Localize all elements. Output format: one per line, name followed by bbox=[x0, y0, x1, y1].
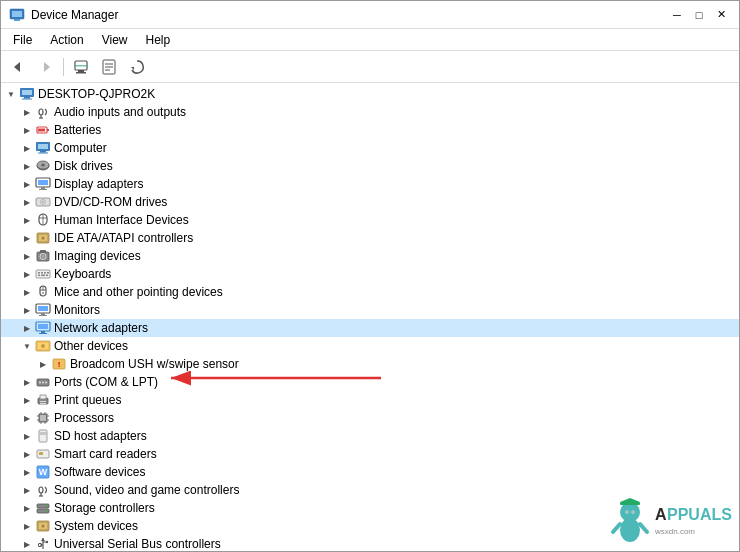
expander[interactable] bbox=[19, 176, 35, 192]
list-item[interactable]: Universal Serial Bus controllers bbox=[1, 535, 739, 551]
list-item[interactable]: Keyboards bbox=[1, 265, 739, 283]
expander[interactable] bbox=[19, 158, 35, 174]
expander[interactable] bbox=[19, 122, 35, 138]
svg-rect-49 bbox=[38, 272, 40, 274]
svg-point-76 bbox=[45, 382, 47, 384]
svg-rect-54 bbox=[46, 275, 48, 277]
svg-rect-6 bbox=[78, 70, 84, 72]
svg-rect-34 bbox=[39, 189, 47, 190]
list-item[interactable]: Processors bbox=[1, 409, 739, 427]
svg-point-108 bbox=[42, 525, 45, 528]
list-item[interactable]: Computer bbox=[1, 139, 739, 157]
list-item[interactable]: ! Broadcom USH w/swipe sensor bbox=[1, 355, 739, 373]
list-item[interactable]: Print queues bbox=[1, 391, 739, 409]
list-item[interactable]: Batteries bbox=[1, 121, 739, 139]
maximize-button[interactable]: □ bbox=[689, 5, 709, 25]
svg-marker-4 bbox=[44, 62, 50, 72]
expander[interactable] bbox=[19, 428, 35, 444]
list-item[interactable]: IDE ATA/ATAPI controllers bbox=[1, 229, 739, 247]
list-item[interactable]: Audio inputs and outputs bbox=[1, 103, 739, 121]
item-label: Imaging devices bbox=[54, 249, 141, 263]
expander[interactable] bbox=[19, 140, 35, 156]
menu-view[interactable]: View bbox=[94, 31, 136, 49]
refresh-button[interactable] bbox=[124, 55, 150, 79]
menu-action[interactable]: Action bbox=[42, 31, 91, 49]
list-item[interactable]: Sound, video and game controllers bbox=[1, 481, 739, 499]
expander[interactable] bbox=[19, 266, 35, 282]
monitor-icon bbox=[35, 302, 51, 318]
expander[interactable] bbox=[19, 500, 35, 516]
expander[interactable] bbox=[19, 392, 35, 408]
list-item[interactable]: Ports (COM & LPT) bbox=[1, 373, 739, 391]
network-icon bbox=[35, 320, 51, 336]
svg-rect-63 bbox=[39, 315, 47, 316]
other-devices-icon bbox=[35, 338, 51, 354]
show-hidden-button[interactable] bbox=[68, 55, 94, 79]
expander[interactable] bbox=[19, 284, 35, 300]
svg-marker-3 bbox=[14, 62, 20, 72]
list-item[interactable]: Display adapters bbox=[1, 175, 739, 193]
svg-text:W: W bbox=[39, 467, 48, 477]
item-label: Broadcom USH w/swipe sensor bbox=[70, 357, 239, 371]
tree-root[interactable]: DESKTOP-QJPRO2K bbox=[1, 85, 739, 103]
expander[interactable] bbox=[19, 194, 35, 210]
forward-button[interactable] bbox=[33, 55, 59, 79]
expander[interactable] bbox=[19, 446, 35, 462]
svg-rect-80 bbox=[40, 403, 46, 404]
expander[interactable] bbox=[19, 482, 35, 498]
audio-icon bbox=[35, 104, 51, 120]
expander[interactable] bbox=[19, 464, 35, 480]
list-item[interactable]: Monitors bbox=[1, 301, 739, 319]
expander[interactable] bbox=[19, 248, 35, 264]
svg-rect-79 bbox=[40, 401, 46, 402]
item-label: Keyboards bbox=[54, 267, 111, 281]
svg-rect-8 bbox=[74, 65, 88, 67]
minimize-button[interactable]: ─ bbox=[667, 5, 687, 25]
root-expander[interactable] bbox=[3, 86, 19, 102]
svg-point-43 bbox=[42, 237, 45, 240]
expander[interactable] bbox=[19, 410, 35, 426]
list-item[interactable]: Mice and other pointing devices bbox=[1, 283, 739, 301]
svg-point-46 bbox=[42, 255, 45, 258]
tree-content[interactable]: DESKTOP-QJPRO2K Audio inputs and outputs bbox=[1, 83, 739, 551]
list-item[interactable]: Smart card readers bbox=[1, 445, 739, 463]
computer-icon bbox=[35, 140, 51, 156]
expander[interactable] bbox=[19, 320, 35, 336]
properties-button[interactable] bbox=[96, 55, 122, 79]
list-item[interactable]: DVD/CD-ROM drives bbox=[1, 193, 739, 211]
list-item[interactable]: Human Interface Devices bbox=[1, 211, 739, 229]
list-item[interactable]: Disk drives bbox=[1, 157, 739, 175]
menu-help[interactable]: Help bbox=[138, 31, 179, 49]
expander[interactable] bbox=[19, 212, 35, 228]
close-button[interactable]: ✕ bbox=[711, 5, 731, 25]
svg-rect-27 bbox=[38, 153, 48, 154]
list-item[interactable]: Network adapters bbox=[1, 319, 739, 337]
svg-rect-15 bbox=[22, 90, 32, 95]
list-item[interactable]: Storage controllers bbox=[1, 499, 739, 517]
svg-point-99 bbox=[39, 487, 43, 493]
list-item[interactable]: Other devices bbox=[1, 337, 739, 355]
menu-file[interactable]: File bbox=[5, 31, 40, 49]
display-icon bbox=[35, 176, 51, 192]
expander[interactable] bbox=[19, 302, 35, 318]
back-button[interactable] bbox=[5, 55, 31, 79]
expander[interactable] bbox=[19, 536, 35, 551]
item-label: SD host adapters bbox=[54, 429, 147, 443]
expander[interactable] bbox=[19, 374, 35, 390]
expander[interactable] bbox=[19, 104, 35, 120]
expander[interactable] bbox=[19, 518, 35, 534]
svg-rect-55 bbox=[47, 272, 49, 274]
list-item[interactable]: W Software devices bbox=[1, 463, 739, 481]
list-item[interactable]: System devices bbox=[1, 517, 739, 535]
software-icon: W bbox=[35, 464, 51, 480]
title-bar-left: Device Manager bbox=[9, 7, 118, 23]
svg-rect-65 bbox=[38, 324, 48, 329]
list-item[interactable]: Imaging devices bbox=[1, 247, 739, 265]
expander[interactable] bbox=[19, 338, 35, 354]
expander[interactable] bbox=[35, 356, 51, 372]
svg-rect-1 bbox=[12, 11, 22, 17]
item-label: Universal Serial Bus controllers bbox=[54, 537, 221, 551]
title-icon bbox=[9, 7, 25, 23]
expander[interactable] bbox=[19, 230, 35, 246]
list-item[interactable]: SD host adapters bbox=[1, 427, 739, 445]
